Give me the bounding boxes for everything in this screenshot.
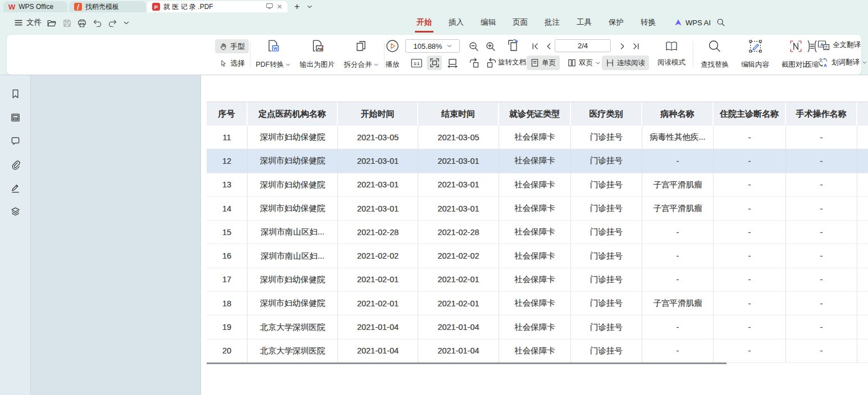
page-indicator-input[interactable]: 2/4 [555,39,611,52]
wps-ai-button[interactable]: WPS AI [674,12,711,33]
menu-item[interactable]: 开始 [417,17,432,27]
table-cell: 深圳市妇幼保健院 [248,149,338,173]
table-cell: 门诊挂号 [571,268,642,292]
table-cell: 门诊挂号 [571,315,642,339]
table-bottom-rule [207,362,727,364]
table-cell: - [786,315,857,339]
double-page-icon [568,58,576,67]
menu-item[interactable]: 转换 [641,17,656,27]
pdf-file-icon: P [152,3,160,11]
menu-item[interactable]: 批注 [545,17,560,27]
split-merge-button[interactable]: 拆分合并 [341,38,381,71]
tab-wps-home[interactable]: W WPS Office [3,1,67,12]
read-mode-label-button[interactable]: 阅读模式 [654,58,689,67]
actual-size-button[interactable]: 1:1 [409,56,424,70]
zoom-in-button[interactable] [483,39,498,54]
select-tool-button[interactable]: 选择 [215,56,249,70]
pdf-convert-button[interactable]: W PDF转换 [252,38,294,71]
hand-tool-button[interactable]: 手型 [215,39,249,53]
tab-close-icon[interactable]: ✕ [277,3,282,11]
table-row: 20北京大学深圳医院2021-01-042021-01-04社会保障卡门诊挂号-… [207,339,868,363]
comment-icon[interactable] [9,135,21,147]
table-cell: 2021-03-01 [418,197,499,221]
chevron-down-icon [596,62,600,65]
menu-item[interactable]: 页面 [513,17,528,27]
find-replace-button[interactable]: 查找替换 [696,38,733,71]
redo-icon[interactable] [107,17,118,29]
print-icon[interactable] [76,17,88,29]
edit-content-button[interactable]: 编辑内容 [737,38,774,71]
pdf-table-body: 11深圳市妇幼保健院2021-03-052021-03-05社会保障卡门诊挂号病… [207,126,868,363]
chevron-down-icon [286,63,290,66]
table-cell: 门诊挂号 [571,197,642,221]
fit-width-button[interactable] [445,56,460,70]
word-translate-button[interactable]: 文A 划词翻译 [817,57,867,68]
menu-item[interactable]: 编辑 [481,17,496,27]
save-icon[interactable] [61,17,72,29]
next-page-button[interactable] [616,40,629,52]
full-translate-button[interactable]: A文 全文翻译 [817,40,861,50]
table-cell: 社会保障卡 [499,173,571,197]
read-mode-button[interactable] [656,38,687,55]
table-cell [857,197,868,221]
menu-item[interactable]: 保护 [609,17,624,27]
play-icon [385,39,400,53]
table-cell: 社会保障卡 [499,244,571,268]
hamburger-icon [15,20,22,26]
document-area: 序号定点医药机构名称开始时间结束时间就诊凭证类型医疗类别病种名称住院主诊断名称手… [0,75,868,395]
first-page-button[interactable] [529,40,541,52]
rotate-left-button[interactable] [466,56,481,70]
next-page-icon [619,43,626,50]
svg-text:A: A [820,42,824,47]
table-row: 14深圳市妇幼保健院2021-03-012021-03-01社会保障卡门诊挂号子… [207,197,868,221]
tab-document-active[interactable]: P 就 医 记 录 .PDF ✕ [147,1,287,12]
cursor-icon [219,59,227,68]
app-chrome: W WPS Office 找稻壳模板 P 就 医 记 录 .PDF ✕ + 文件 [0,0,868,75]
menu-item[interactable]: 工具 [577,17,592,27]
layers-icon[interactable] [9,205,21,218]
table-cell: 2021-02-01 [338,292,418,315]
table-cell: 社会保障卡 [499,315,571,339]
table-cell: 深圳市妇幼保健院 [248,268,338,292]
tab-docer[interactable]: 找稻壳模板 [69,1,146,12]
thumbnail-icon[interactable] [9,111,21,123]
table-cell: 社会保障卡 [499,197,571,221]
zoom-out-button[interactable] [466,39,481,54]
double-page-button[interactable]: 双页 [564,56,604,70]
open-folder-icon[interactable] [46,17,57,29]
menu-search-icon[interactable] [715,17,727,28]
table-cell: 深圳市南山区妇... [248,244,338,268]
menu-item[interactable]: 插入 [449,17,464,27]
signature-icon[interactable] [9,182,21,194]
table-cell: 13 [207,173,248,197]
table-cell: 2021-02-02 [338,244,418,268]
single-page-button[interactable]: 单页 [527,56,560,70]
quick-access-chevron-icon[interactable] [121,17,132,29]
table-cell: 2021-03-05 [418,126,499,149]
export-image-icon [310,39,325,54]
new-tab-button[interactable]: + [292,2,302,12]
continuous-read-button[interactable]: 连续阅读 [602,56,649,70]
rotate-doc-button[interactable] [503,38,521,54]
zoom-out-icon [468,41,479,52]
prev-page-button[interactable] [542,40,555,52]
table-cell: 16 [207,244,248,268]
table-cell: 北京大学深圳医院 [248,339,338,363]
table-cell: 深圳市妇幼保健院 [248,292,338,315]
divider [39,18,40,27]
export-image-button[interactable]: 输出为图片 [295,38,339,71]
table-cell: 社会保障卡 [499,221,571,244]
zoom-level-select[interactable]: 105.88% [405,39,460,53]
svg-text:文: 文 [824,45,828,49]
rotate-doc-label-button[interactable]: 旋转文档 [494,58,530,67]
svg-text:W: W [273,46,277,51]
play-button[interactable]: 播放 [381,38,404,71]
tab-list-chevron-icon[interactable] [304,2,314,12]
attachment-icon[interactable] [9,158,21,171]
fit-page-button[interactable] [427,56,442,70]
file-menu[interactable]: 文件 [15,12,42,33]
present-to-screen-icon[interactable] [266,2,273,11]
last-page-button[interactable] [630,40,642,52]
undo-icon[interactable] [92,17,103,29]
bookmark-icon[interactable] [9,88,21,100]
